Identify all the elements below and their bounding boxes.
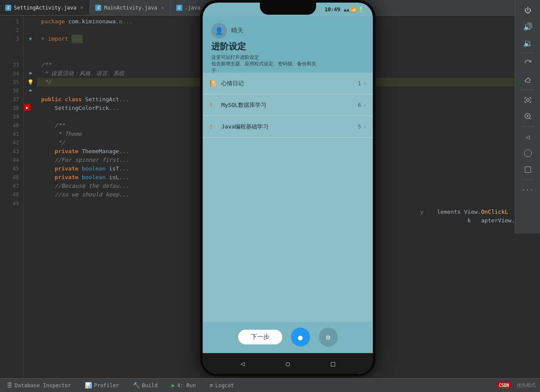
toolbar-separator-2 [521,90,534,90]
list-item-3[interactable]: ! Java编程基础学习 5 › [203,116,373,138]
database-inspector-item[interactable]: 🗄 Database Inspector [4,381,74,389]
battery-icon: 🔋 [358,7,364,13]
status-icons: ▲▲ 📶 🔋 [344,7,364,13]
app-title: 进阶设定 [211,41,364,52]
screenshot-button[interactable] [519,92,537,108]
phone-list: 📔 心情日记 1 › ! MySQL数据库学习 6 › ! Java编程基础学习… [203,73,373,322]
run-item[interactable]: ▶ 4: Run [169,381,198,389]
toolbar-separator-1 [521,53,534,53]
device-back-button[interactable]: ◁ [519,129,537,145]
power-button[interactable]: ⏻ [519,2,537,18]
android-navbar: ◁ ○ □ [203,353,373,374]
list-arrow-3: › [363,124,366,130]
phone-header: 👤 晴天 进阶设定 这里可以打开进阶设定 包含新增主题、应用程式设定、密码锁、备… [203,16,373,73]
list-arrow-1: › [363,80,366,87]
list-item-1[interactable]: 📔 心情日记 1 › [203,73,373,94]
device-home-button[interactable] [519,145,537,161]
svg-point-0 [527,99,529,101]
line-numbers: 1 2 3 33 34 35 36 37 38 39 40 41 42 43 4… [0,16,24,378]
tab-close-2[interactable]: ✕ [160,4,165,11]
subtitle-line2: 包含新增主题、应用程式设定、密码锁、备份和关 [211,61,364,67]
recents-icon [525,167,531,173]
tab-close-1[interactable]: ✕ [79,4,85,11]
subtitle-line1: 这里可以打开进阶设定 [211,54,364,61]
tab-label-3: .java [185,5,200,11]
next-button[interactable]: 下一步 [238,330,282,344]
profiler-label: Profiler [94,382,119,389]
run-label: 4: Run [177,382,196,389]
profile-row: 👤 晴天 [211,23,364,39]
zoom-icon [524,112,532,120]
database-icon: 🗄 [7,382,13,389]
fab-icon: ● [298,333,303,342]
back-nav-button[interactable]: ◁ [240,360,245,368]
list-arrow-2: › [363,102,366,108]
wifi-icon: ▲▲ [344,7,349,13]
gutter: ▼ ⚑ 💡 ⚑ ▶ [24,16,37,378]
list-badge-1: 1 [358,80,361,87]
back-arrow-icon: ◁ [526,133,530,141]
list-item-2[interactable]: ! MySQL数据库学习 6 › [203,94,373,116]
home-circle-icon [524,149,532,157]
status-bar: 🗄 Database Inspector 📊 Profiler 🔨 Build … [0,378,540,392]
home-nav-button[interactable]: ○ [286,360,290,368]
rotate-button[interactable] [519,55,537,71]
right-code-line-39: k apterView.OnItemSelec [416,216,515,225]
screenshot-icon [524,96,532,104]
list-icon-2: ! [209,102,218,109]
build-item[interactable]: 🔨 Build [130,381,160,389]
list-badge-2: 6 [358,102,361,108]
status-right: CSDN 优先模式 [497,382,536,389]
toolbar-separator-3 [521,126,534,127]
list-icon-3: ! [209,123,218,130]
settings-fab[interactable]: ⚙ [319,328,338,347]
rotate-icon [524,59,532,67]
profiler-icon: 📊 [85,382,92,389]
run-play-icon: ▶ [171,382,175,389]
signal-icon: 📶 [351,7,357,13]
java-icon-3: C [176,5,182,11]
erase-button[interactable] [519,72,537,87]
device-recents-button[interactable] [519,162,537,177]
more-icon: ··· [521,186,534,193]
profiler-item[interactable]: 📊 Profiler [82,381,122,389]
csdn-watermark: CSDN 优先模式 [497,382,536,389]
volume-down-button[interactable]: 🔉 [519,35,537,51]
tab-label-1: SettingActivity.java [14,5,77,11]
more-button[interactable]: ··· [519,182,537,198]
logcat-icon: ≡ [210,382,213,389]
power-icon: ⏻ [524,6,531,14]
database-inspector-label: Database Inspector [15,382,71,389]
phone-notch [260,3,316,15]
logcat-label: Logcat [215,382,234,389]
right-code-area: y lements View.OnClickL k apterView.OnIt… [416,16,515,378]
zoom-button[interactable] [519,109,537,124]
tab-setting-activity[interactable]: C SettingActivity.java ✕ [0,0,90,15]
device-toolbar: ⏻ 🔊 🔉 ◁ ··· [515,0,540,234]
volume-up-icon: 🔊 [523,22,533,31]
gear-icon: ⚙ [326,333,330,341]
tab-main-activity[interactable]: C MainActivity.java ✕ [90,0,171,15]
recents-nav-button[interactable]: □ [331,360,335,368]
fab-button[interactable]: ● [291,328,310,347]
profile-name: 晴天 [231,27,243,35]
toolbar-separator-4 [521,180,534,180]
phone-screen: 10:49 ▲▲ 📶 🔋 👤 晴天 进阶设定 这里可以打开进阶设定 包含新增主题… [203,3,373,374]
volume-down-icon: 🔉 [523,39,533,48]
list-icon-1: 📔 [209,80,218,87]
java-icon: C [5,5,11,11]
status-time: 10:49 [325,6,340,13]
list-text-2: MySQL数据库学习 [221,101,358,109]
logcat-item[interactable]: ≡ Logcat [207,381,236,389]
list-text-1: 心情日记 [221,80,358,87]
build-icon: 🔨 [133,382,140,389]
volume-up-button[interactable]: 🔊 [519,19,537,34]
java-icon-2: C [95,5,101,11]
phone-mockup: 10:49 ▲▲ 📶 🔋 👤 晴天 进阶设定 这里可以打开进阶设定 包含新增主题… [200,0,375,376]
build-label: Build [142,382,158,389]
list-text-3: Java编程基础学习 [221,123,358,131]
list-badge-3: 5 [358,124,361,130]
phone-bottom-controls: 下一步 ● ⚙ [203,322,373,352]
right-code-line-38: y lements View.OnClickL [416,208,515,216]
avatar: 👤 [211,23,227,39]
